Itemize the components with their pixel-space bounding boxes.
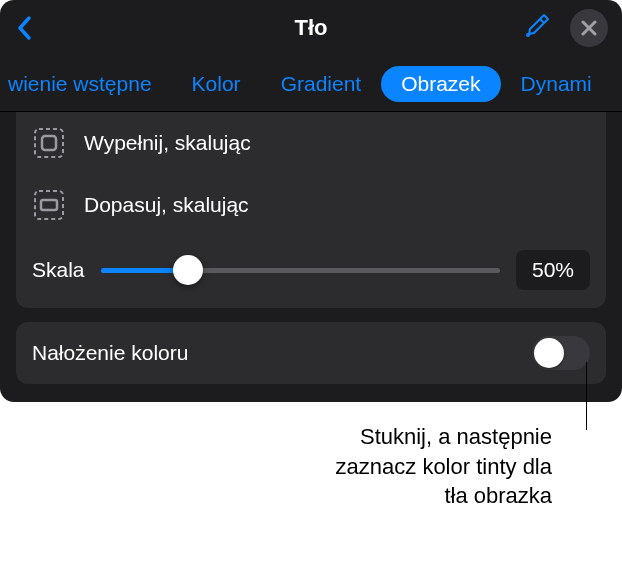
scale-row: Skala 50% [16,236,606,308]
callout-text-2: zaznacz kolor tinty dla [0,452,552,482]
svg-rect-1 [35,129,63,157]
slider-knob[interactable] [173,255,203,285]
callout: Stuknij, a następnie zaznacz kolor tinty… [0,422,552,511]
scale-options-card: Wypełnij, skalując Dopasuj, skalując Ska… [16,112,606,308]
scale-label: Skala [32,258,85,282]
tab-color[interactable]: Kolor [172,66,261,102]
content: Wypełnij, skalując Dopasuj, skalując Ska… [0,112,622,402]
tab-dynamic[interactable]: Dynami [501,66,598,102]
color-overlay-card: Nałożenie koloru [16,322,606,384]
tab-image[interactable]: Obrazek [381,66,500,102]
scale-slider[interactable] [101,258,500,282]
svg-rect-3 [35,191,63,219]
page-title: Tło [295,15,328,41]
scale-value[interactable]: 50% [516,250,590,290]
option-fit-scale-label: Dopasuj, skalując [84,193,249,217]
svg-rect-2 [42,136,56,150]
tab-bar: wienie wstępne Kolor Gradient Obrazek Dy… [0,56,622,112]
close-button[interactable] [570,9,608,47]
svg-point-0 [526,33,530,37]
option-fit-scale[interactable]: Dopasuj, skalując [16,174,606,236]
color-overlay-switch[interactable] [532,336,590,370]
fit-scale-icon [32,188,66,222]
svg-rect-4 [41,200,57,210]
header-actions [522,9,608,47]
eyedropper-button[interactable] [522,11,552,45]
tab-preset[interactable]: wienie wstępne [2,66,172,102]
fill-scale-icon [32,126,66,160]
switch-knob [534,338,564,368]
background-panel: Tło wienie wstępne Kolor Gradient Obraze… [0,0,622,402]
callout-text-1: Stuknij, a następnie [0,422,552,452]
option-fill-scale[interactable]: Wypełnij, skalując [16,112,606,174]
callout-text-3: tła obrazka [0,481,552,511]
option-fill-scale-label: Wypełnij, skalując [84,131,251,155]
header: Tło [0,0,622,56]
color-overlay-label: Nałożenie koloru [32,341,188,365]
color-overlay-row: Nałożenie koloru [16,322,606,384]
callout-leader-line [586,362,587,430]
tab-gradient[interactable]: Gradient [261,66,382,102]
back-button[interactable] [16,15,34,41]
